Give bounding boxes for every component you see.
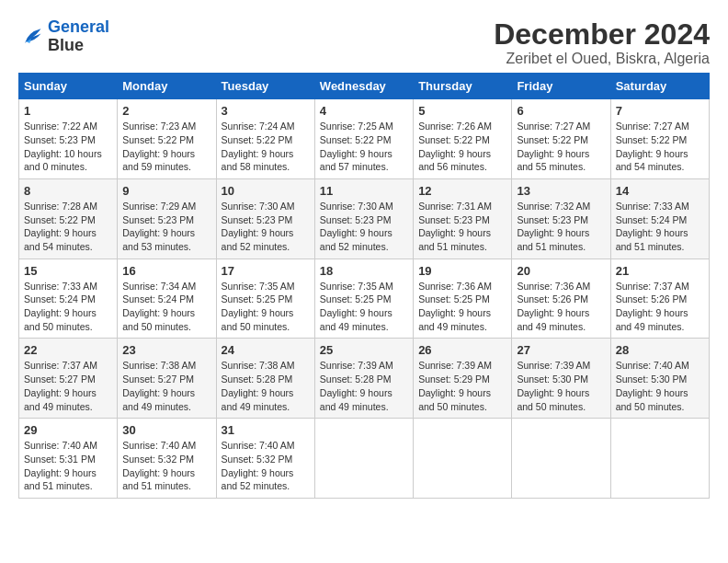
calendar-cell: 27Sunrise: 7:39 AMSunset: 5:30 PMDayligh… [512,339,610,419]
day-info: Sunrise: 7:22 AMSunset: 5:23 PMDaylight:… [24,120,112,174]
calendar-header-thursday: Thursday [414,74,512,99]
calendar-cell: 29Sunrise: 7:40 AMSunset: 5:31 PMDayligh… [19,419,118,499]
day-number: 10 [222,184,310,198]
calendar-cell: 22Sunrise: 7:37 AMSunset: 5:27 PMDayligh… [19,339,118,419]
day-info: Sunrise: 7:28 AMSunset: 5:22 PMDaylight:… [24,200,112,254]
calendar-cell: 30Sunrise: 7:40 AMSunset: 5:32 PMDayligh… [118,419,216,499]
calendar-cell: 25Sunrise: 7:39 AMSunset: 5:28 PMDayligh… [314,339,413,419]
calendar-cell: 5Sunrise: 7:26 AMSunset: 5:22 PMDaylight… [414,99,512,179]
calendar-cell: 2Sunrise: 7:23 AMSunset: 5:22 PMDaylight… [118,99,216,179]
calendar-week-row: 1Sunrise: 7:22 AMSunset: 5:23 PMDaylight… [19,99,710,179]
calendar-cell: 7Sunrise: 7:27 AMSunset: 5:22 PMDaylight… [610,99,709,179]
calendar-header-monday: Monday [118,74,216,99]
calendar-cell: 10Sunrise: 7:30 AMSunset: 5:23 PMDayligh… [216,178,314,259]
calendar-cell: 12Sunrise: 7:31 AMSunset: 5:23 PMDayligh… [414,178,512,259]
day-number: 24 [222,343,310,357]
day-info: Sunrise: 7:36 AMSunset: 5:25 PMDaylight:… [418,280,506,334]
day-info: Sunrise: 7:24 AMSunset: 5:22 PMDaylight:… [222,120,310,174]
day-number: 12 [418,184,506,198]
calendar-cell: 4Sunrise: 7:25 AMSunset: 5:22 PMDaylight… [314,99,413,179]
day-info: Sunrise: 7:39 AMSunset: 5:28 PMDaylight:… [320,359,408,413]
day-info: Sunrise: 7:25 AMSunset: 5:22 PMDaylight:… [320,120,408,174]
day-number: 2 [122,104,210,118]
day-number: 20 [517,264,605,278]
day-number: 18 [320,264,408,278]
calendar-header-sunday: Sunday [19,74,118,99]
day-number: 16 [122,264,210,278]
calendar-header-saturday: Saturday [610,74,709,99]
day-info: Sunrise: 7:32 AMSunset: 5:23 PMDaylight:… [517,200,605,254]
day-number: 1 [24,104,112,118]
calendar-header-row: SundayMondayTuesdayWednesdayThursdayFrid… [19,74,710,99]
calendar-header-wednesday: Wednesday [314,74,413,99]
page-subtitle: Zeribet el Oued, Biskra, Algeria [494,51,710,67]
day-number: 9 [122,184,210,198]
day-number: 15 [24,264,112,278]
day-number: 7 [616,104,704,118]
calendar-cell: 17Sunrise: 7:35 AMSunset: 5:25 PMDayligh… [216,259,314,339]
logo-bird-icon [18,24,44,50]
calendar-cell: 26Sunrise: 7:39 AMSunset: 5:29 PMDayligh… [414,339,512,419]
day-info: Sunrise: 7:27 AMSunset: 5:22 PMDaylight:… [517,120,605,174]
day-number: 23 [122,343,210,357]
day-info: Sunrise: 7:37 AMSunset: 5:26 PMDaylight:… [616,280,704,334]
logo-text: GeneralBlue [48,18,109,55]
day-number: 30 [122,423,210,437]
day-number: 17 [222,264,310,278]
day-info: Sunrise: 7:35 AMSunset: 5:25 PMDaylight:… [320,280,408,334]
calendar-cell: 11Sunrise: 7:30 AMSunset: 5:23 PMDayligh… [314,178,413,259]
day-info: Sunrise: 7:31 AMSunset: 5:23 PMDaylight:… [418,200,506,254]
day-info: Sunrise: 7:36 AMSunset: 5:26 PMDaylight:… [517,280,605,334]
day-number: 22 [24,343,112,357]
day-info: Sunrise: 7:35 AMSunset: 5:25 PMDaylight:… [222,280,310,334]
calendar-table: SundayMondayTuesdayWednesdayThursdayFrid… [18,73,710,499]
calendar-cell: 14Sunrise: 7:33 AMSunset: 5:24 PMDayligh… [610,178,709,259]
calendar-header-friday: Friday [512,74,610,99]
day-number: 3 [222,104,310,118]
calendar-cell: 9Sunrise: 7:29 AMSunset: 5:23 PMDaylight… [118,178,216,259]
day-number: 11 [320,184,408,198]
day-info: Sunrise: 7:37 AMSunset: 5:27 PMDaylight:… [24,359,112,413]
day-number: 25 [320,343,408,357]
calendar-cell: 18Sunrise: 7:35 AMSunset: 5:25 PMDayligh… [314,259,413,339]
day-info: Sunrise: 7:30 AMSunset: 5:23 PMDaylight:… [222,200,310,254]
day-info: Sunrise: 7:26 AMSunset: 5:22 PMDaylight:… [418,120,506,174]
day-info: Sunrise: 7:38 AMSunset: 5:27 PMDaylight:… [122,359,210,413]
day-info: Sunrise: 7:33 AMSunset: 5:24 PMDaylight:… [24,280,112,334]
day-number: 14 [616,184,704,198]
calendar-cell: 21Sunrise: 7:37 AMSunset: 5:26 PMDayligh… [610,259,709,339]
calendar-cell: 20Sunrise: 7:36 AMSunset: 5:26 PMDayligh… [512,259,610,339]
page-title: December 2024 [494,18,710,51]
calendar-cell: 1Sunrise: 7:22 AMSunset: 5:23 PMDaylight… [19,99,118,179]
calendar-cell: 6Sunrise: 7:27 AMSunset: 5:22 PMDaylight… [512,99,610,179]
calendar-cell: 8Sunrise: 7:28 AMSunset: 5:22 PMDaylight… [19,178,118,259]
title-block: December 2024 Zeribet el Oued, Biskra, A… [494,18,710,67]
day-info: Sunrise: 7:40 AMSunset: 5:32 PMDaylight:… [222,439,310,493]
calendar-week-row: 8Sunrise: 7:28 AMSunset: 5:22 PMDaylight… [19,178,710,259]
calendar-cell: 28Sunrise: 7:40 AMSunset: 5:30 PMDayligh… [610,339,709,419]
day-number: 8 [24,184,112,198]
day-info: Sunrise: 7:40 AMSunset: 5:30 PMDaylight:… [616,359,704,413]
day-number: 5 [418,104,506,118]
day-info: Sunrise: 7:27 AMSunset: 5:22 PMDaylight:… [616,120,704,174]
day-info: Sunrise: 7:29 AMSunset: 5:23 PMDaylight:… [122,200,210,254]
logo: GeneralBlue [18,18,109,55]
calendar-week-row: 22Sunrise: 7:37 AMSunset: 5:27 PMDayligh… [19,339,710,419]
calendar-cell: 19Sunrise: 7:36 AMSunset: 5:25 PMDayligh… [414,259,512,339]
calendar-week-row: 29Sunrise: 7:40 AMSunset: 5:31 PMDayligh… [19,419,710,499]
day-info: Sunrise: 7:34 AMSunset: 5:24 PMDaylight:… [122,280,210,334]
day-number: 27 [517,343,605,357]
calendar-cell [414,419,512,499]
calendar-week-row: 15Sunrise: 7:33 AMSunset: 5:24 PMDayligh… [19,259,710,339]
day-info: Sunrise: 7:39 AMSunset: 5:30 PMDaylight:… [517,359,605,413]
calendar-cell: 31Sunrise: 7:40 AMSunset: 5:32 PMDayligh… [216,419,314,499]
day-number: 6 [517,104,605,118]
calendar-cell [314,419,413,499]
calendar-cell: 13Sunrise: 7:32 AMSunset: 5:23 PMDayligh… [512,178,610,259]
day-number: 13 [517,184,605,198]
day-info: Sunrise: 7:23 AMSunset: 5:22 PMDaylight:… [122,120,210,174]
day-number: 21 [616,264,704,278]
page-header: GeneralBlue December 2024 Zeribet el Oue… [18,18,710,67]
day-info: Sunrise: 7:33 AMSunset: 5:24 PMDaylight:… [616,200,704,254]
day-info: Sunrise: 7:40 AMSunset: 5:32 PMDaylight:… [122,439,210,493]
